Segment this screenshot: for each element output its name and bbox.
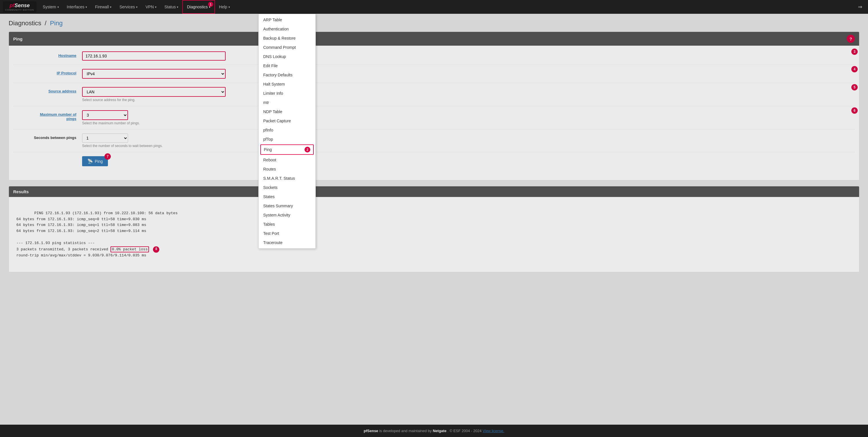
dropdown-item-reboot[interactable]: Reboot	[259, 155, 315, 164]
dropdown-item-backup-restore[interactable]: Backup & Restore	[259, 34, 315, 43]
diagnostics-dropdown: ARP Table Authentication Backup & Restor…	[258, 14, 316, 249]
dropdown-item-smart-status[interactable]: S.M.A.R.T. Status	[259, 174, 315, 183]
dropdown-item-arp-table[interactable]: ARP Table	[259, 15, 315, 24]
dropdown-item-factory-defaults[interactable]: Factory Defaults	[259, 70, 315, 80]
dropdown-item-pfinfo[interactable]: pfInfo	[259, 125, 315, 135]
dropdown-item-tables[interactable]: Tables	[259, 220, 315, 229]
dropdown-item-limiter-info[interactable]: Limiter Info	[259, 89, 315, 98]
dropdown-item-halt-system[interactable]: Halt System	[259, 80, 315, 89]
dropdown-item-packet-capture[interactable]: Packet Capture	[259, 116, 315, 125]
dropdown-item-dns-lookup[interactable]: DNS Lookup	[259, 52, 315, 61]
dropdown-item-ndp-table[interactable]: NDP Table	[259, 107, 315, 116]
dropdown-item-ping[interactable]: Ping 2	[260, 145, 314, 155]
dropdown-item-edit-file[interactable]: Edit File	[259, 61, 315, 70]
dropdown-item-mtr[interactable]: mtr	[259, 98, 315, 107]
dropdown-item-authentication[interactable]: Authentication	[259, 24, 315, 34]
dropdown-item-traceroute[interactable]: Traceroute	[259, 238, 315, 247]
dropdown-overlay	[0, 0, 868, 437]
dropdown-item-command-prompt[interactable]: Command Prompt	[259, 43, 315, 52]
dropdown-item-system-activity[interactable]: System Activity	[259, 211, 315, 220]
dropdown-item-test-port[interactable]: Test Port	[259, 229, 315, 238]
dropdown-item-sockets[interactable]: Sockets	[259, 183, 315, 192]
dropdown-item-states-summary[interactable]: States Summary	[259, 201, 315, 211]
ping-badge: 2	[305, 147, 310, 153]
dropdown-item-routes[interactable]: Routes	[259, 164, 315, 174]
dropdown-item-pftop[interactable]: pfTop	[259, 135, 315, 144]
dropdown-item-states[interactable]: States	[259, 192, 315, 201]
